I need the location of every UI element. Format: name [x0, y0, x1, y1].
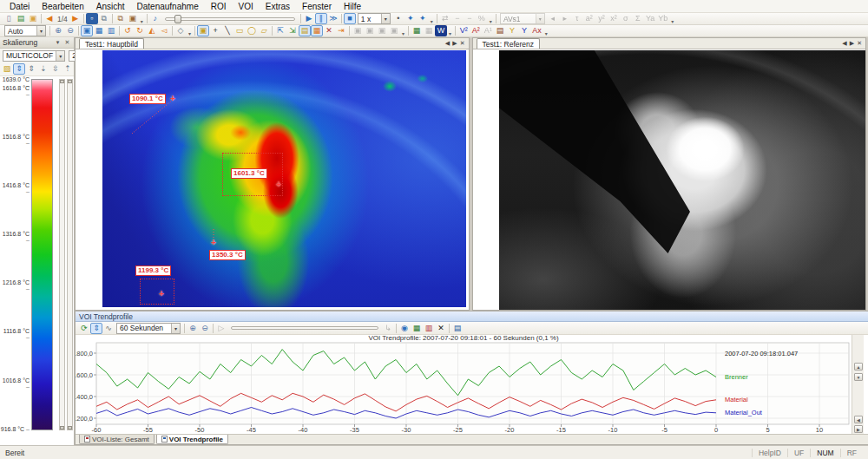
slider-track[interactable] — [231, 326, 378, 330]
tab-scroll-left-icon[interactable]: ◀ — [445, 40, 450, 47]
tab-scroll-right-icon[interactable]: ▶ — [850, 40, 854, 47]
roi-point-icon[interactable]: + — [209, 25, 221, 36]
temperature-label[interactable]: 1090.1 °C — [129, 94, 166, 104]
roi-select-icon[interactable]: ▣ — [197, 25, 209, 36]
marker-down-icon[interactable]: ✦ — [417, 13, 429, 24]
temperature-label[interactable]: 1350.3 °C — [209, 250, 246, 260]
scale-span-icon[interactable]: ⇳ — [49, 63, 62, 75]
tab-scroll-left-icon[interactable]: ◀ — [842, 40, 846, 47]
measurement-cross-icon[interactable]: + — [211, 238, 216, 247]
voi-values-icon[interactable]: V² — [457, 25, 470, 36]
palette-combo[interactable]: MULTICOLOF ▾ — [3, 50, 65, 62]
voi-remove-icon[interactable]: Ax — [530, 25, 543, 36]
menu-datei[interactable]: Datei — [3, 1, 36, 12]
speed-combo[interactable]: 1 x▾ — [358, 13, 391, 24]
prev-frame-icon[interactable]: ◀ — [43, 13, 56, 24]
image-save-icon[interactable]: ▣ — [127, 13, 139, 24]
play-icon[interactable]: ▶ — [303, 13, 315, 24]
menu-ansicht[interactable]: Ansicht — [90, 1, 131, 12]
menu-datenaufnahme[interactable]: Datenaufnahme — [131, 1, 205, 12]
roi-copy-icon[interactable]: ⇲ — [286, 25, 299, 36]
toolbar-overflow-icon[interactable]: ▾ — [543, 30, 549, 36]
reference-image[interactable] — [499, 50, 866, 310]
scroll-right-icon[interactable]: ▶ — [854, 425, 863, 433]
speaker-icon[interactable]: ♪ — [149, 13, 161, 24]
thermal-image[interactable]: +1090.1 °C+1601.3 °C+1350.3 °C+1199.3 °C — [102, 50, 466, 307]
menu-bearbeiten[interactable]: Bearbeiten — [36, 1, 89, 12]
temperature-label[interactable]: 1601.3 °C — [231, 168, 267, 179]
trend-zoom-in-icon[interactable]: ⊕ — [187, 323, 199, 334]
toolbar-overflow-icon[interactable]: ▾ — [187, 30, 193, 36]
stop-icon[interactable]: ■ — [344, 13, 356, 24]
roi-import-icon[interactable]: ⇥ — [335, 25, 347, 36]
zoom-100-icon[interactable]: ▦ — [93, 25, 105, 36]
toolbar-overflow-icon[interactable]: ▾ — [400, 30, 406, 36]
zoom-in-icon[interactable]: ⊕ — [52, 25, 64, 36]
trend-refresh-icon[interactable]: ⟳ — [78, 323, 90, 334]
auto-scale-icon[interactable]: ⇕ — [13, 63, 25, 75]
chevron-down-icon[interactable]: ▾ — [56, 51, 64, 61]
area-values-icon[interactable]: A² — [470, 25, 482, 36]
next-frame-icon[interactable]: ▶ — [69, 13, 82, 24]
voi-show-b-icon[interactable]: Y — [518, 25, 530, 36]
trend-chart-settings-icon[interactable]: ▥ — [423, 323, 435, 334]
trend-autorange-icon[interactable]: ⇕ — [90, 323, 102, 334]
measurement-cross-icon[interactable]: + — [276, 180, 281, 189]
record-dot-icon[interactable]: • — [392, 13, 404, 24]
menu-roi[interactable]: ROI — [205, 1, 233, 12]
panel-pin-icon[interactable]: ▾ — [54, 39, 62, 46]
color-gradient-bar[interactable] — [31, 79, 53, 430]
export-word-icon[interactable]: W — [435, 25, 447, 36]
chevron-down-icon[interactable]: ▾ — [171, 324, 180, 333]
trend-print-icon[interactable]: ▤ — [451, 323, 464, 334]
image-copy-icon[interactable]: ⧉ — [115, 13, 127, 24]
scroll-down-icon[interactable]: ▼ — [854, 373, 863, 381]
pause-icon[interactable]: ∥ — [315, 13, 327, 24]
toolbar-overflow-icon[interactable]: ▾ — [447, 30, 453, 36]
slider-thumb[interactable] — [174, 15, 181, 23]
menu-hilfe[interactable]: Hilfe — [338, 1, 367, 12]
roi-delete-icon[interactable]: ✕ — [323, 25, 335, 36]
menu-fenster[interactable]: Fenster — [296, 1, 338, 12]
toolbar-overflow-icon[interactable]: ▾ — [488, 18, 494, 24]
roi-rect-icon[interactable]: ▭ — [233, 25, 246, 36]
toolbar-overflow-icon[interactable]: ▾ — [669, 18, 675, 24]
chevron-down-icon[interactable]: ▾ — [36, 26, 45, 36]
trend-clear-icon[interactable]: ✕ — [435, 323, 447, 334]
zoom-out-icon[interactable]: ⊖ — [64, 25, 76, 36]
toolbar-overflow-icon[interactable]: ▾ — [429, 18, 435, 24]
new-file-icon[interactable]: ▯ — [3, 13, 15, 24]
rotate-ccw-icon[interactable]: ↺ — [122, 25, 134, 36]
fast-forward-icon[interactable]: ≫ — [327, 13, 339, 24]
zoom-fit-icon[interactable]: ▣ — [81, 25, 93, 36]
voi-properties-icon[interactable]: ▤ — [494, 25, 506, 36]
scale-range-slider-lower[interactable] — [67, 79, 73, 430]
measurement-roi[interactable] — [140, 279, 174, 305]
scale-range-slider-upper[interactable] — [59, 79, 65, 430]
roi-properties-icon[interactable]: ▤ — [299, 25, 311, 36]
menu-extras[interactable]: Extras — [260, 1, 296, 12]
tab-referenz[interactable]: Test1: Referenz — [477, 38, 541, 49]
move-tool-icon[interactable]: ◇ — [174, 25, 187, 36]
panel-close-icon[interactable]: ✕ — [63, 39, 71, 46]
trend-visibility-icon[interactable]: ◉ — [398, 323, 411, 334]
roi-edit-icon[interactable]: ▦ — [311, 25, 323, 36]
trend-zoom-out-icon[interactable]: ⊖ — [199, 323, 211, 334]
new-report-icon[interactable]: ▤ — [15, 13, 27, 24]
toolbar-overflow-icon[interactable]: ▾ — [139, 18, 145, 24]
copy-icon[interactable]: ⧉ — [98, 13, 110, 24]
open-folder-icon[interactable]: ▣ — [27, 13, 39, 24]
measurement-cross-icon[interactable]: + — [159, 289, 164, 298]
tab-voi-trendprofile[interactable]: VOI Trendprofile — [156, 435, 228, 444]
trend-chart-svg[interactable]: -60-55-50-45-40-35-30-25-20-15-10-505101… — [76, 335, 852, 434]
flip-horizontal-icon[interactable]: ◭ — [146, 25, 158, 36]
scroll-left-icon[interactable]: ◀ — [854, 416, 863, 423]
fullscreen-icon[interactable]: ▥ — [105, 25, 117, 36]
marker-up-icon[interactable]: ✦ — [404, 13, 417, 24]
save-icon[interactable]: ▫ — [86, 13, 98, 24]
menu-voi[interactable]: VOI — [232, 1, 259, 12]
voi-show-a-icon[interactable]: Y — [506, 25, 518, 36]
slider-track[interactable] — [165, 17, 295, 21]
palette-icon[interactable]: ▨ — [1, 63, 13, 75]
roi-move-icon[interactable]: ⇱ — [274, 25, 286, 36]
